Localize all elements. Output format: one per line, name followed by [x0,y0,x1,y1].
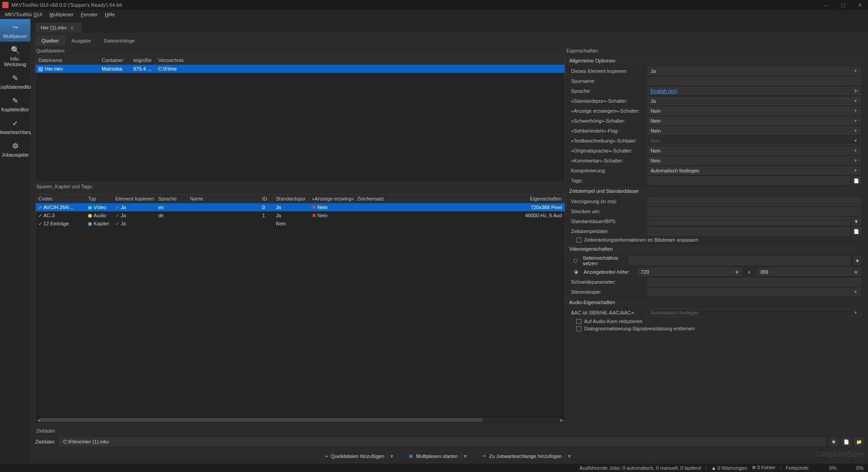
text-description-dropdown: Nein▼ [647,137,861,145]
forced-display-dropdown[interactable]: Nein▼ [647,107,861,115]
default-track-dropdown[interactable]: Ja▼ [647,97,861,105]
close-tab-icon[interactable]: ✕ [70,25,74,30]
sidebar-info-tool[interactable]: 🔍 Info-Werkzeug [0,42,30,70]
aspect-ratio-dropdown[interactable]: ▼ [854,257,861,265]
radio-icon [574,258,577,263]
menu-mkvtoolnix-gui[interactable]: MKVToolNix GUI [1,12,46,17]
clear-height-icon[interactable]: ✖ [854,270,858,275]
sidebar-multiplexer[interactable]: ⤳ Multiplexer [0,19,30,42]
reduce-audio-core-checkbox[interactable]: Auf Audio-Kern reduzieren [566,318,863,325]
window-controls: — ▢ ✕ [820,2,866,8]
sidebar-job-output[interactable]: ⚙ Jobausgabe [0,138,30,160]
tab-quellen[interactable]: Quellen [35,35,65,46]
status-bar: Ausführende Jobs: 0 automatisch, 0 manue… [0,463,868,472]
source-files-table[interactable]: Dateiname Container teigröße Verzeichnis… [35,55,565,182]
maximize-button[interactable]: ▢ [837,2,849,8]
track-row[interactable]: AC-3AudioJade1JaNein48000 Hz, 6 Aud [36,211,565,219]
clear-width-icon[interactable]: ✖ [735,270,739,275]
scroll-left-icon[interactable]: ◀ [37,417,40,423]
tracks-horizontal-scrollbar[interactable]: ◀ ▶ [36,417,565,423]
tracks-label: Spuren, Kapitel und Tags: [35,182,565,191]
tags-browse-button[interactable]: 📄 [852,176,861,185]
stereoscopy-dropdown[interactable]: ▼ [647,288,861,296]
delay-input[interactable] [647,197,861,205]
stretch-input[interactable] [647,207,861,215]
queue-icon: ➜ [482,453,486,459]
language-field[interactable]: English (en) [647,87,850,95]
track-row[interactable]: AVC/H.264/...VideoJaen0JaNein720x388 Pix… [36,203,565,211]
job-queue-icon: ✓ [10,118,21,129]
chevron-down-icon[interactable]: ▼ [461,453,470,459]
bitstream-timing-checkbox[interactable]: Zeiteinteilungsinformationen im Bitstrea… [566,236,863,243]
sidebar-chapter-editor[interactable]: ✎ Kapiteleditor [0,92,30,115]
aspect-ratio-radio[interactable]: Seitenverhältnis setzen:▼ [566,254,863,267]
status-errors[interactable]: 0 Fehler [752,465,775,471]
app-icon [2,2,9,8]
aspect-ratio-input[interactable] [629,257,850,265]
clear-destination-button[interactable]: ✖ [829,438,838,446]
add-source-files-button[interactable]: +Quelldateien hinzufügen▼ [321,452,401,460]
track-row[interactable]: 12 EinträgeKapitelJaNein [36,219,565,228]
tags-input[interactable] [647,176,850,185]
scrollbar-thumb[interactable] [41,418,482,422]
menu-hilfe[interactable]: Hilfe [101,12,118,17]
section-video-properties: Videoeigenschaften [566,244,863,253]
chevron-down-icon: ▼ [854,99,858,103]
tab-dateianhaenge[interactable]: Dateianhänge [97,35,141,46]
chevron-down-icon: ▼ [854,119,858,123]
menu-fenster[interactable]: Fenster [77,12,101,17]
minimize-button[interactable]: — [820,2,832,8]
default-duration-input[interactable] [647,217,850,225]
compression-dropdown[interactable]: Automatisch festlegen▼ [647,167,861,175]
aac-sbr-dropdown: Automatisch festlegen▼ [647,309,861,317]
source-files-label: Quelldateien: [35,46,565,55]
status-warnings[interactable]: 0 Warnungen [711,465,747,471]
visual-impaired-dropdown[interactable]: Nein▼ [647,127,861,135]
destination-input[interactable]: C:\Filme\Her (1).mkv [59,437,826,446]
copy-element-dropdown[interactable]: Ja▼ [647,67,861,75]
display-width-input[interactable]: 720✖ [638,268,742,276]
destination-label: Zieldatei: [35,439,56,444]
checkbox-icon [576,319,581,324]
file-tab-her[interactable]: Her (1).mkv ✕ [35,23,82,33]
sidebar-job-queue[interactable]: ✓ Jobwarteschlange [0,115,30,138]
menu-bar: MKVToolNix GUI Multiplexer Fenster Hilfe [0,10,868,19]
commentary-dropdown[interactable]: Nein▼ [647,157,861,165]
checkbox-icon [576,326,581,331]
remove-dialog-norm-checkbox[interactable]: Dialognormalisierung-Signalverstärkung e… [566,325,863,332]
status-progress-label: Fortschritt: [786,465,809,471]
duration-dropdown-button[interactable]: ▼ [852,217,861,225]
file-icon [38,67,43,72]
display-height-input[interactable]: 388✖ [757,268,861,276]
section-timestamps: Zeitstempel und Standarddauer [566,186,863,195]
chevron-down-icon[interactable]: ▼ [387,453,396,459]
chevron-down-icon[interactable]: ▼ [565,453,574,459]
chevron-down-icon: ▼ [854,158,858,163]
sidebar-header-editor[interactable]: ✎ Kopfdateneditor [0,70,30,92]
source-file-row[interactable]: Her.mkv Matroska 875.4 ... C:\Filme [36,65,565,73]
language-browse-button[interactable]: 🏳 [852,87,861,95]
menu-multiplexer[interactable]: Multiplexer [46,12,77,17]
scroll-right-icon[interactable]: ▶ [560,417,564,423]
recent-destination-button[interactable]: 📁 [854,438,863,446]
display-dims-radio[interactable]: Anzeigebreite/-höhe: 720✖ x 388✖ [566,267,863,277]
timestamp-file-input[interactable] [647,227,850,235]
destination-section-label: Zieldatei [35,426,863,435]
original-language-dropdown[interactable]: Nein▼ [647,147,861,155]
start-multiplexing-button[interactable]: ◉Multiplexen starten▼ [404,452,474,460]
close-button[interactable]: ✕ [854,2,866,8]
chevron-down-icon: ▼ [854,109,858,113]
timestamp-browse-button[interactable]: 📄 [852,227,861,235]
chapter-editor-icon: ✎ [10,95,21,106]
hearing-impaired-dropdown[interactable]: Nein▼ [647,117,861,125]
section-audio-properties: Audio-Eigenschaften [566,298,863,307]
track-name-input[interactable] [647,77,861,85]
tab-ausgabe[interactable]: Ausgabe [65,35,97,46]
add-to-queue-button[interactable]: ➜Zu Jobwarteschlange hinzufügen▼ [477,452,578,460]
properties-label: Eigenschaften: [566,46,863,55]
tool-sidebar: ⤳ Multiplexer 🔍 Info-Werkzeug ✎ Kopfdate… [0,19,31,463]
tracks-table[interactable]: Codec Typ Element kopieren Sprache Name … [35,194,565,424]
section-general-options: Allgemeine Optionen [566,56,863,65]
cropping-input[interactable] [647,278,861,286]
browse-destination-button[interactable]: 📄 [842,438,851,446]
